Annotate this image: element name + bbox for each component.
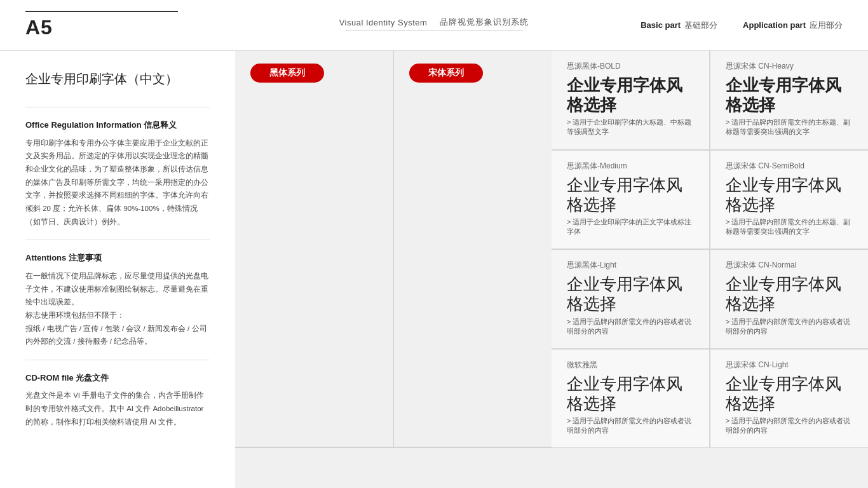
- sidebar-cdrom-body: 光盘文件是本 VI 手册电子文件的集合，内含手册制作时的专用软件格式文件。其中 …: [25, 389, 210, 428]
- font-cell-songti-heavy: 思源宋体 CN-Heavy 企业专用字体风格选择 > 适用于品牌内部所需文件的主…: [710, 51, 868, 149]
- font-cell-weihei: 微软雅黑 企业专用字体风格选择 > 适用于品牌内部所需文件的内容或者说明部分的内…: [552, 349, 710, 448]
- header-left: A5: [25, 11, 229, 39]
- font-demo-heiti-light: 企业专用字体风格选择: [567, 274, 694, 314]
- sidebar-divider-3: [25, 360, 210, 360]
- font-cell-heiti-medium: 思源黑体-Medium 企业专用字体风格选择 > 适用于企业印刷字体的正文字体或…: [552, 151, 710, 249]
- vis-en-label: Visual Identity System: [339, 18, 428, 27]
- font-name-songti-light: 思源宋体 CN-Light: [726, 360, 853, 370]
- sidebar-cdrom-title: CD-ROM file 光盘文件: [25, 372, 210, 384]
- font-name-songti-normal: 思源宋体 CN-Normal: [726, 260, 853, 271]
- nav-application-en: Application part: [743, 20, 806, 30]
- font-cell-heiti-light: 思源黑体-Light 企业专用字体风格选择 > 适用于品牌内部所需文件的内容或者…: [552, 250, 710, 348]
- font-desc-songti-light: > 适用于品牌内部所需文件的内容或者说明部分的内容: [726, 416, 853, 435]
- font-desc-heiti-light: > 适用于品牌内部所需文件的内容或者说明部分的内容: [567, 317, 694, 336]
- header-top-line: [25, 11, 178, 12]
- font-row-1: 思源黑体-BOLD 企业专用字体风格选择 > 适用于企业印刷字体的大标题、中标题…: [552, 51, 868, 150]
- sidebar-divider-1: [25, 107, 210, 107]
- sidebar: 企业专用印刷字体（中文） Office Regulation Informati…: [0, 51, 235, 488]
- font-name-heiti-medium: 思源黑体-Medium: [567, 161, 694, 172]
- col-headers: 黑体系列 宋体系列: [235, 51, 552, 448]
- sidebar-title: 企业专用印刷字体（中文）: [25, 70, 210, 88]
- sidebar-section-cdrom: CD-ROM file 光盘文件 光盘文件是本 VI 手册电子文件的集合，内含手…: [25, 372, 210, 429]
- font-desc-songti-normal: > 适用于品牌内部所需文件的内容或者说明部分的内容: [726, 317, 853, 336]
- sidebar-section-attentions: Attentions 注意事项 在一般情况下使用品牌标志，应尽量使用提供的光盘电…: [25, 252, 210, 348]
- font-cell-songti-normal: 思源宋体 CN-Normal 企业专用字体风格选择 > 适用于品牌内部所需文件的…: [710, 250, 868, 348]
- font-demo-heiti-bold: 企业专用字体风格选择: [567, 76, 694, 115]
- font-rows: 思源黑体-BOLD 企业专用字体风格选择 > 适用于企业印刷字体的大标题、中标题…: [552, 51, 868, 448]
- font-demo-weihei: 企业专用字体风格选择: [567, 374, 694, 414]
- header: A5 Visual Identity System 品牌视觉形象识别系统 Bas…: [0, 0, 868, 51]
- page-label: A5: [25, 16, 229, 39]
- font-desc-songti-heavy: > 适用于品牌内部所需文件的主标题、副标题等需要突出强调的文字: [726, 118, 853, 137]
- font-row-2: 思源黑体-Medium 企业专用字体风格选择 > 适用于企业印刷字体的正文字体或…: [552, 150, 868, 250]
- font-desc-weihei: > 适用于品牌内部所需文件的内容或者说明部分的内容: [567, 416, 694, 435]
- font-cell-songti-light: 思源宋体 CN-Light 企业专用字体风格选择 > 适用于品牌内部所需文件的内…: [710, 349, 868, 448]
- col-header-left: 黑体系列: [235, 51, 393, 447]
- font-panel: 黑体系列 宋体系列 思源黑体-BOLD 企业专用字体风格选择 > 适用于企业印刷…: [235, 51, 868, 488]
- font-demo-songti-normal: 企业专用字体风格选择: [726, 274, 853, 314]
- font-name-weihei: 微软雅黑: [567, 360, 694, 370]
- sidebar-attentions-body: 在一般情况下使用品牌标志，应尽量使用提供的光盘电子文件，不建议使用标准制图绘制标…: [25, 269, 210, 348]
- header-center: Visual Identity System 品牌视觉形象识别系统: [339, 17, 529, 34]
- header-title-group: Visual Identity System 品牌视觉形象识别系统: [339, 17, 529, 28]
- font-desc-songti-semibold: > 适用于品牌内部所需文件的主标题、副标题等需要突出强调的文字: [726, 217, 853, 236]
- col-header-right: 宋体系列: [393, 51, 552, 447]
- main-content: 企业专用印刷字体（中文） Office Regulation Informati…: [0, 51, 868, 488]
- font-name-heiti-light: 思源黑体-Light: [567, 260, 694, 271]
- sidebar-section-office: Office Regulation Information 信息释义 专用印刷字…: [25, 119, 210, 228]
- nav-application-cn: 应用部分: [810, 20, 843, 31]
- font-name-heiti-bold: 思源黑体-BOLD: [567, 61, 694, 72]
- font-name-songti-heavy: 思源宋体 CN-Heavy: [726, 61, 853, 72]
- sidebar-attentions-title: Attentions 注意事项: [25, 252, 210, 264]
- font-row-4: 微软雅黑 企业专用字体风格选择 > 适用于品牌内部所需文件的内容或者说明部分的内…: [552, 349, 868, 449]
- heiti-badge: 黑体系列: [250, 64, 324, 83]
- sidebar-office-body: 专用印刷字体和专用办公字体主要应用于企业文献的正文及实务用品。所选定的字体用以实…: [25, 137, 210, 229]
- nav-basic-en: Basic part: [641, 20, 681, 30]
- font-name-songti-semibold: 思源宋体 CN-SemiBold: [726, 161, 853, 172]
- font-demo-songti-semibold: 企业专用字体风格选择: [726, 175, 853, 215]
- font-demo-heiti-medium: 企业专用字体风格选择: [567, 175, 694, 215]
- font-desc-heiti-bold: > 适用于企业印刷字体的大标题、中标题等强调型文字: [567, 118, 694, 137]
- nav-basic-cn: 基础部分: [684, 20, 717, 31]
- font-demo-songti-heavy: 企业专用字体风格选择: [726, 76, 853, 115]
- font-row-3: 思源黑体-Light 企业专用字体风格选择 > 适用于品牌内部所需文件的内容或者…: [552, 249, 868, 349]
- sidebar-divider-2: [25, 240, 210, 240]
- font-cell-heiti-bold: 思源黑体-BOLD 企业专用字体风格选择 > 适用于企业印刷字体的大标题、中标题…: [552, 51, 710, 149]
- font-cell-songti-semibold: 思源宋体 CN-SemiBold 企业专用字体风格选择 > 适用于品牌内部所需文…: [710, 151, 868, 249]
- vis-cn-label: 品牌视觉形象识别系统: [440, 17, 529, 28]
- nav-item-application[interactable]: Application part 应用部分: [743, 20, 843, 31]
- songti-badge: 宋体系列: [409, 64, 483, 83]
- font-desc-heiti-medium: > 适用于企业印刷字体的正文字体或标注字体: [567, 217, 694, 236]
- header-nav: Basic part 基础部分 Application part 应用部分: [641, 20, 843, 31]
- sidebar-office-title: Office Regulation Information 信息释义: [25, 119, 210, 132]
- font-demo-songti-light: 企业专用字体风格选择: [726, 374, 853, 414]
- header-center-divider: [345, 30, 523, 31]
- nav-item-basic[interactable]: Basic part 基础部分: [641, 20, 717, 31]
